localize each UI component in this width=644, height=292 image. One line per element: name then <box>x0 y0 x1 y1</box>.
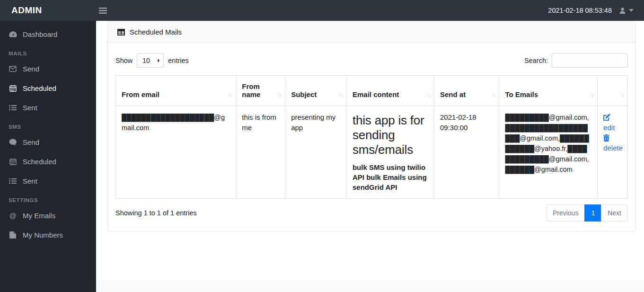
scheduled-mails-card: Scheduled Mails Show 10 ▲▼ entries <box>107 21 636 231</box>
sidebar-item-sms-send[interactable]: Send <box>0 133 96 152</box>
column-header-email-content[interactable]: Email content↑↓ <box>346 76 434 106</box>
cell-from-email: ███████████████████@gmail.com <box>116 106 236 199</box>
cell-email-content: this app is for sending sms/emails bulk … <box>346 106 434 199</box>
sort-icon: ↑↓ <box>277 91 281 98</box>
edit-icon <box>603 114 610 121</box>
app-brand: ADMIN <box>0 5 96 16</box>
card-title: Scheduled Mails <box>130 28 182 36</box>
sidebar-item-label: Scheduled <box>23 84 56 92</box>
sidebar: Dashboard MAILS Send Scheduled Sent SMS <box>0 21 96 292</box>
sidebar-item-label: Sent <box>23 177 37 185</box>
page-size-select[interactable]: 10 ▲▼ <box>137 53 164 68</box>
column-header-to-emails[interactable]: To Emails↑↓ <box>499 76 598 106</box>
sidebar-item-my-emails[interactable]: @ My Emails <box>0 206 96 225</box>
page-footer <box>96 280 644 292</box>
sidebar-item-my-numbers[interactable]: My Numbers <box>0 225 96 245</box>
user-icon <box>618 7 626 15</box>
sidebar-section-settings: SETTINGS <box>0 191 96 206</box>
sms-bubble-icon <box>9 139 17 146</box>
user-menu-dropdown[interactable] <box>618 7 634 15</box>
hamburger-icon <box>99 7 107 14</box>
sort-icon: ↑↓ <box>619 91 624 98</box>
column-header-send-at[interactable]: Send at↑↓ <box>434 76 499 106</box>
list-icon <box>9 178 17 184</box>
delete-link[interactable]: delete <box>603 134 623 152</box>
cell-subject: presenting my app <box>285 106 347 199</box>
sidebar-section-mails: MAILS <box>0 44 96 59</box>
next-page-button[interactable]: Next <box>601 204 628 221</box>
sidebar-item-mails-sent[interactable]: Sent <box>0 98 96 117</box>
sidebar-item-label: Send <box>23 65 39 73</box>
sidebar-item-mails-send[interactable]: Send <box>0 59 96 79</box>
page-size-value: 10 <box>142 57 150 64</box>
sort-icon: ↑↓ <box>491 91 495 98</box>
sidebar-section-sms: SMS <box>0 117 96 133</box>
column-header-from-name[interactable]: From name↑↓ <box>236 76 285 106</box>
trash-icon <box>603 134 609 142</box>
sidebar-toggle-button[interactable] <box>99 7 107 14</box>
topbar: ADMIN 2021-02-18 08:53:48 <box>0 0 644 21</box>
search-input[interactable] <box>552 53 628 68</box>
search-label: Search: <box>524 57 548 64</box>
table-controls: Show 10 ▲▼ entries Search: <box>115 53 628 68</box>
sidebar-item-label: Send <box>23 138 39 146</box>
cell-from-name: this is from me <box>236 106 285 199</box>
sidebar-item-label: Sent <box>23 104 37 112</box>
sidebar-item-mails-scheduled[interactable]: Scheduled <box>0 79 96 98</box>
main-content: Scheduled Mails Show 10 ▲▼ entries <box>96 21 644 280</box>
scheduled-mails-table: From email↑↓ From name↑↓ Subject↑↓ Email… <box>115 75 628 199</box>
sort-icon: ↑↓ <box>589 91 593 98</box>
column-header-subject[interactable]: Subject↑↓ <box>285 76 347 106</box>
calendar-icon <box>9 85 17 92</box>
cell-to-emails: █████████@gmail.com,████████████████████… <box>499 106 598 199</box>
calendar-icon <box>9 158 17 165</box>
column-header-actions[interactable]: ↑↓ <box>598 76 628 106</box>
dashboard-icon <box>9 31 17 38</box>
caret-down-icon <box>629 9 634 12</box>
sort-icon: ↑↓ <box>228 91 232 98</box>
at-icon: @ <box>9 212 17 219</box>
sidebar-item-label: Scheduled <box>23 158 56 166</box>
cell-actions: edit delete <box>598 106 628 199</box>
sidebar-item-label: My Numbers <box>23 231 63 239</box>
previous-page-button[interactable]: Previous <box>546 204 585 221</box>
table-row: ███████████████████@gmail.com this is fr… <box>116 106 628 199</box>
column-header-from-email[interactable]: From email↑↓ <box>116 76 236 106</box>
show-label: Show <box>115 57 132 64</box>
pagination: Previous 1 Next <box>546 204 628 221</box>
sidebar-item-label: Dashboard <box>23 30 57 38</box>
sidebar-item-label: My Emails <box>23 212 55 220</box>
envelope-icon <box>9 66 17 72</box>
select-arrows-icon: ▲▼ <box>157 59 160 62</box>
edit-link[interactable]: edit <box>603 113 615 132</box>
page-1-button[interactable]: 1 <box>584 204 601 221</box>
sidebar-item-sms-scheduled[interactable]: Scheduled <box>0 152 96 171</box>
current-datetime: 2021-02-18 08:53:48 <box>548 7 612 14</box>
list-icon <box>9 105 17 111</box>
table-info: Showing 1 to 1 of 1 entries <box>115 209 197 217</box>
sim-card-icon <box>9 231 17 239</box>
sort-icon: ↑↓ <box>426 91 430 98</box>
email-content-body: bulk SMS using twilio API bulk Emails us… <box>353 162 428 192</box>
sidebar-item-dashboard[interactable]: Dashboard <box>0 25 96 44</box>
card-header: Scheduled Mails <box>108 22 635 43</box>
sidebar-item-sms-sent[interactable]: Sent <box>0 171 96 191</box>
cell-send-at: 2021-02-18 09:30:00 <box>434 106 499 199</box>
table-icon <box>117 29 125 35</box>
email-content-title: this app is for sending sms/emails <box>353 113 428 158</box>
entries-label: entries <box>168 57 189 64</box>
sort-icon: ↑↓ <box>338 91 343 98</box>
